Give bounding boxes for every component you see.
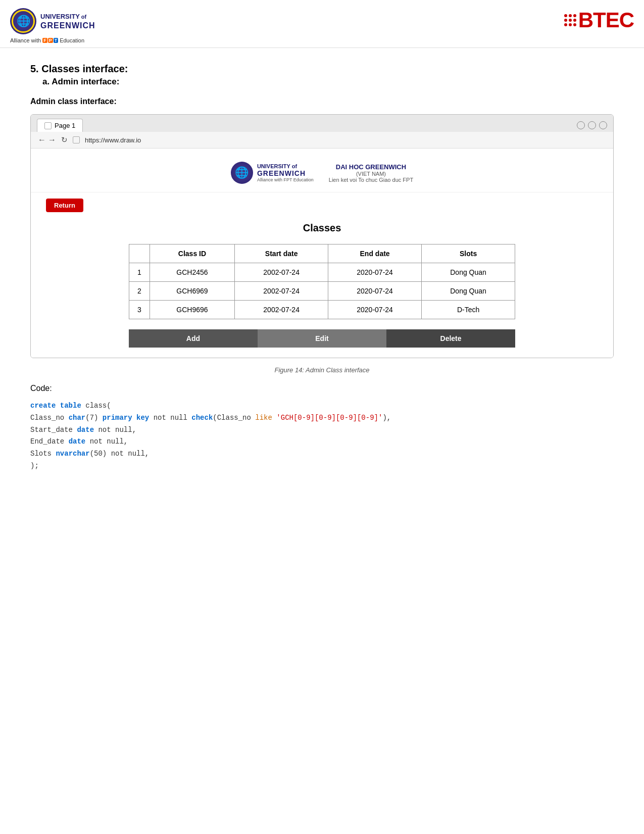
- window-control-2[interactable]: [588, 121, 596, 129]
- add-button[interactable]: Add: [129, 329, 258, 348]
- inner-logo-text: UNIVERSITY of GREENWICH Alliance with FP…: [257, 163, 314, 182]
- section-heading: 5. Classes interface:: [30, 63, 614, 75]
- classes-table: Class ID Start date End date Slots 1 GCH…: [129, 244, 515, 319]
- dai-hoc-block: DAI HOC GREENWICH (VIET NAM) Lien ket vo…: [329, 163, 413, 183]
- forward-arrow-icon[interactable]: →: [48, 135, 56, 144]
- return-button[interactable]: Return: [46, 199, 83, 212]
- figure-caption: Figure 14: Admin Class interface: [30, 366, 614, 374]
- page-header: 🌐 UNIVERSITY of GREENWICH Alliance with …: [0, 0, 644, 48]
- code-line: );: [30, 460, 614, 472]
- code-line: create table class(: [30, 400, 614, 412]
- col-slots: Slots: [422, 244, 515, 263]
- window-control-1[interactable]: [577, 121, 585, 129]
- row-slots: D-Tech: [422, 301, 515, 319]
- alliance-text: Alliance with FPT Education: [10, 37, 95, 43]
- browser-tab[interactable]: Page 1: [37, 119, 83, 132]
- inner-greenwich-label: GREENWICH: [257, 169, 314, 177]
- window-control-3[interactable]: [599, 121, 607, 129]
- code-line: Slots nvarchar(50) not null,: [30, 448, 614, 460]
- university-text-block: UNIVERSITY of GREENWICH: [40, 12, 95, 30]
- tab-icon: [44, 122, 52, 129]
- code-line: Start_date date not null,: [30, 424, 614, 436]
- sub-heading: a. Admin interface:: [30, 77, 614, 87]
- row-num: 1: [129, 263, 150, 282]
- tab-label: Page 1: [55, 122, 75, 129]
- university-logo-icon: 🌐: [10, 8, 36, 34]
- delete-button[interactable]: Delete: [386, 329, 515, 348]
- edit-button[interactable]: Edit: [258, 329, 386, 348]
- refresh-icon[interactable]: ↻: [61, 135, 68, 144]
- classes-section: Return Classes Class ID Start date End d…: [31, 192, 613, 358]
- row-num: 2: [129, 282, 150, 301]
- code-line: Class_no char(7) primary key not null ch…: [30, 412, 614, 424]
- code-label: Code:: [30, 384, 614, 393]
- inner-logo-icon: [231, 162, 253, 184]
- browser-controls: [577, 121, 607, 129]
- col-class-id: Class ID: [150, 244, 234, 263]
- row-class-id: GCH9696: [150, 301, 234, 319]
- browser-content: UNIVERSITY of GREENWICH Alliance with FP…: [31, 149, 613, 358]
- col-num: [129, 244, 150, 263]
- viet-nam-label: (VIET NAM): [329, 171, 413, 177]
- browser-address-bar: ← → ↻ https://www.draw.io: [31, 132, 613, 149]
- col-start-date: Start date: [235, 244, 328, 263]
- inner-logo: UNIVERSITY of GREENWICH Alliance with FP…: [231, 162, 314, 184]
- table-header-row: Class ID Start date End date Slots: [129, 244, 515, 263]
- label-heading: Admin class interface:: [30, 97, 614, 106]
- action-buttons: Add Edit Delete: [129, 329, 515, 348]
- lien-ket-label: Lien ket voi To chuc Giao duc FPT: [329, 177, 413, 183]
- row-slots: Dong Quan: [422, 282, 515, 301]
- university-logo: 🌐 UNIVERSITY of GREENWICH: [10, 8, 95, 34]
- code-block: create table class(Class_no char(7) prim…: [30, 398, 614, 474]
- btec-dots-icon: [564, 14, 576, 26]
- row-class-id: GCH6969: [150, 282, 234, 301]
- code-line: End_date date not null,: [30, 436, 614, 448]
- browser-mockup: Page 1 ← → ↻ https://www.draw.io: [30, 114, 614, 358]
- table-row: 2 GCH6969 2002-07-24 2020-07-24 Dong Qua…: [129, 282, 515, 301]
- classes-title: Classes: [46, 222, 598, 234]
- address-url[interactable]: https://www.draw.io: [85, 136, 141, 144]
- row-start-date: 2002-07-24: [235, 263, 328, 282]
- header-left: 🌐 UNIVERSITY of GREENWICH Alliance with …: [10, 8, 95, 43]
- row-class-id: GCH2456: [150, 263, 234, 282]
- row-end-date: 2020-07-24: [328, 263, 422, 282]
- dai-hoc-title: DAI HOC GREENWICH: [329, 163, 413, 171]
- back-arrow-icon[interactable]: ←: [38, 135, 46, 144]
- browser-tab-bar: Page 1: [31, 115, 613, 132]
- page-icon: [73, 136, 80, 143]
- row-num: 3: [129, 301, 150, 319]
- col-end-date: End date: [328, 244, 422, 263]
- table-row: 1 GCH2456 2002-07-24 2020-07-24 Dong Qua…: [129, 263, 515, 282]
- row-end-date: 2020-07-24: [328, 282, 422, 301]
- table-row: 3 GCH9696 2002-07-24 2020-07-24 D-Tech: [129, 301, 515, 319]
- row-start-date: 2002-07-24: [235, 282, 328, 301]
- inner-university-label: UNIVERSITY of: [257, 163, 314, 169]
- row-slots: Dong Quan: [422, 263, 515, 282]
- inner-page-header: UNIVERSITY of GREENWICH Alliance with FP…: [31, 157, 613, 192]
- btec-logo: BTEC: [564, 8, 634, 32]
- greenwich-label: GREENWICH: [40, 21, 95, 30]
- row-end-date: 2020-07-24: [328, 301, 422, 319]
- fpt-badge: FPT: [42, 38, 58, 43]
- inner-alliance-label: Alliance with FPT Education: [257, 177, 314, 182]
- nav-arrows: ← →: [38, 135, 56, 144]
- university-label: UNIVERSITY of: [40, 12, 95, 21]
- row-start-date: 2002-07-24: [235, 301, 328, 319]
- main-content: 5. Classes interface: a. Admin interface…: [0, 48, 644, 489]
